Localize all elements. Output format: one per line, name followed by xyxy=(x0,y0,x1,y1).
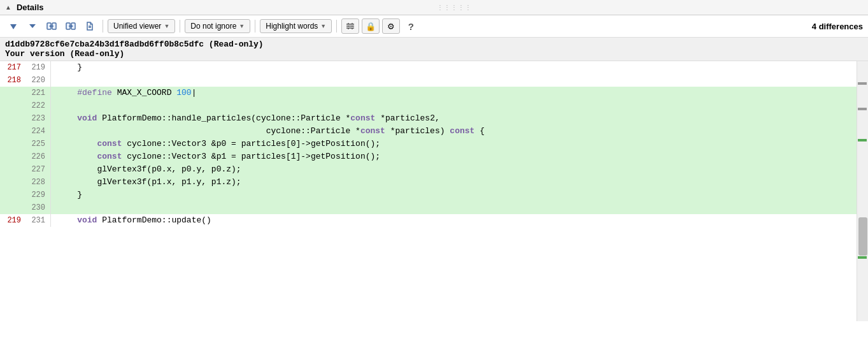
line-code: const cyclone::Vector3 &p0 = particles[0… xyxy=(51,138,857,150)
right-line-num: 226 xyxy=(24,150,48,163)
left-line-num: 218 xyxy=(0,74,24,87)
right-line-num: 222 xyxy=(24,99,48,112)
line-code xyxy=(51,74,857,87)
left-line-num xyxy=(0,112,24,125)
left-line-num xyxy=(0,163,24,176)
left-line-num xyxy=(0,201,24,214)
separator-4 xyxy=(336,20,337,33)
line-code: void PlatformDemo::handle_particles(cycl… xyxy=(51,112,857,125)
line-code: glVertex3f(p0.x, p0.y, p0.z); xyxy=(51,163,857,176)
left-line-num: 219 xyxy=(0,214,24,227)
lock-button[interactable]: 🔒 xyxy=(362,18,380,34)
scroll-marker-3 xyxy=(858,139,867,141)
diff-content-area[interactable]: 217219 }218220221 #define MAX_X_COORD 10… xyxy=(0,61,857,321)
diff-row: 217219 } xyxy=(0,61,857,74)
svg-marker-1 xyxy=(29,24,36,28)
settings-button[interactable]: ⚙ xyxy=(382,18,400,34)
diff-row: 219231 void PlatformDemo::update() xyxy=(0,214,857,227)
left-line-num xyxy=(0,99,24,112)
file-action-button[interactable] xyxy=(82,18,98,34)
diff-row: 222 xyxy=(0,99,857,112)
line-code xyxy=(51,201,857,214)
left-line-num xyxy=(0,189,24,201)
line-code: glVertex3f(p1.x, p1.y, p1.z); xyxy=(51,176,857,189)
line-numbers: 224 xyxy=(0,125,51,138)
right-line-num: 220 xyxy=(24,74,48,87)
line-numbers: 229 xyxy=(0,189,51,201)
next-diff-button[interactable] xyxy=(24,18,41,34)
scroll-marker-4 xyxy=(858,256,867,259)
right-line-num: 227 xyxy=(24,163,48,176)
help-button[interactable]: ? xyxy=(402,18,419,34)
drag-handle: ⋮⋮⋮⋮⋮ xyxy=(46,4,863,11)
separator-1 xyxy=(103,20,103,33)
line-numbers: 225 xyxy=(0,138,51,150)
highlight-words-dropdown[interactable]: Highlight words ▼ xyxy=(260,19,332,33)
toolbar: Unified viewer ▼ Do not ignore ▼ Highlig… xyxy=(0,15,868,38)
right-line-num: 219 xyxy=(24,61,48,74)
line-code: #define MAX_X_COORD 100| xyxy=(51,87,857,99)
left-line-num xyxy=(0,138,24,150)
line-numbers: 221 xyxy=(0,87,51,99)
right-line-num: 229 xyxy=(24,189,48,201)
left-line-num xyxy=(0,87,24,99)
prev-diff-button[interactable] xyxy=(5,18,22,34)
diff-viewer: 217219 }218220221 #define MAX_X_COORD 10… xyxy=(0,61,868,321)
line-numbers: 227 xyxy=(0,163,51,176)
diff-row: 228 glVertex3f(p1.x, p1.y, p1.z); xyxy=(0,176,857,189)
right-line-num: 231 xyxy=(24,214,48,227)
scroll-marker-2 xyxy=(858,108,867,110)
right-line-num: 223 xyxy=(24,112,48,125)
collapse-triangle[interactable]: ▲ xyxy=(5,4,11,11)
line-numbers: 217219 xyxy=(0,61,51,74)
line-code xyxy=(51,99,857,112)
file-version: Your version (Read-only) xyxy=(5,49,863,59)
separator-2 xyxy=(180,20,180,33)
diff-row: 225 const cyclone::Vector3 &p0 = particl… xyxy=(0,138,857,150)
line-numbers: 228 xyxy=(0,176,51,189)
diff-count: 4 differences xyxy=(812,22,863,31)
diff-row: 221 #define MAX_X_COORD 100| xyxy=(0,87,857,99)
diff-row: 226 const cyclone::Vector3 &p1 = particl… xyxy=(0,150,857,163)
line-code: void PlatformDemo::update() xyxy=(51,214,857,227)
line-numbers: 218220 xyxy=(0,74,51,87)
copy-left-button[interactable] xyxy=(43,18,60,34)
line-code: cyclone::Particle *const *particles) con… xyxy=(51,125,857,138)
diff-row: 229 } xyxy=(0,189,857,201)
diff-row: 230 xyxy=(0,201,857,214)
highlight-words-arrow: ▼ xyxy=(320,23,326,29)
align-button[interactable] xyxy=(341,18,359,34)
diff-row: 218220 xyxy=(0,74,857,87)
right-line-num: 224 xyxy=(24,125,48,138)
line-numbers: 222 xyxy=(0,99,51,112)
line-numbers: 219231 xyxy=(0,214,51,227)
right-line-num: 225 xyxy=(24,138,48,150)
line-numbers: 230 xyxy=(0,201,51,214)
unified-viewer-dropdown[interactable]: Unified viewer ▼ xyxy=(108,19,175,33)
line-numbers: 226 xyxy=(0,150,51,163)
unified-viewer-arrow: ▼ xyxy=(164,23,169,29)
svg-marker-0 xyxy=(10,24,17,29)
line-numbers: 223 xyxy=(0,112,51,125)
do-not-ignore-dropdown[interactable]: Do not ignore ▼ xyxy=(185,19,250,33)
line-code: const cyclone::Vector3 &p1 = particles[1… xyxy=(51,150,857,163)
details-title: Details xyxy=(17,3,44,12)
diff-row: 227 glVertex3f(p0.x, p0.y, p0.z); xyxy=(0,163,857,176)
details-header: ▲ Details ⋮⋮⋮⋮⋮ xyxy=(0,0,868,15)
scrollbar-panel[interactable] xyxy=(857,61,868,321)
copy-right-button[interactable] xyxy=(62,18,79,34)
diff-row: 223 void PlatformDemo::handle_particles(… xyxy=(0,112,857,125)
left-line-num xyxy=(0,150,24,163)
do-not-ignore-arrow: ▼ xyxy=(239,23,245,29)
left-line-num: 217 xyxy=(0,61,24,74)
file-hash: d1ddb9728cf6e7cba24b3d1f8adbd6ff0b8c5dfc… xyxy=(5,40,863,49)
right-line-num: 228 xyxy=(24,176,48,189)
diff-row: 224 cyclone::Particle *const *particles)… xyxy=(0,125,857,138)
line-code: } xyxy=(51,189,857,201)
left-line-num xyxy=(0,125,24,138)
file-info-bar: d1ddb9728cf6e7cba24b3d1f8adbd6ff0b8c5dfc… xyxy=(0,38,868,61)
scrollbar-thumb[interactable] xyxy=(858,217,867,256)
right-line-num: 230 xyxy=(24,201,48,214)
line-code: } xyxy=(51,61,857,74)
left-line-num xyxy=(0,176,24,189)
